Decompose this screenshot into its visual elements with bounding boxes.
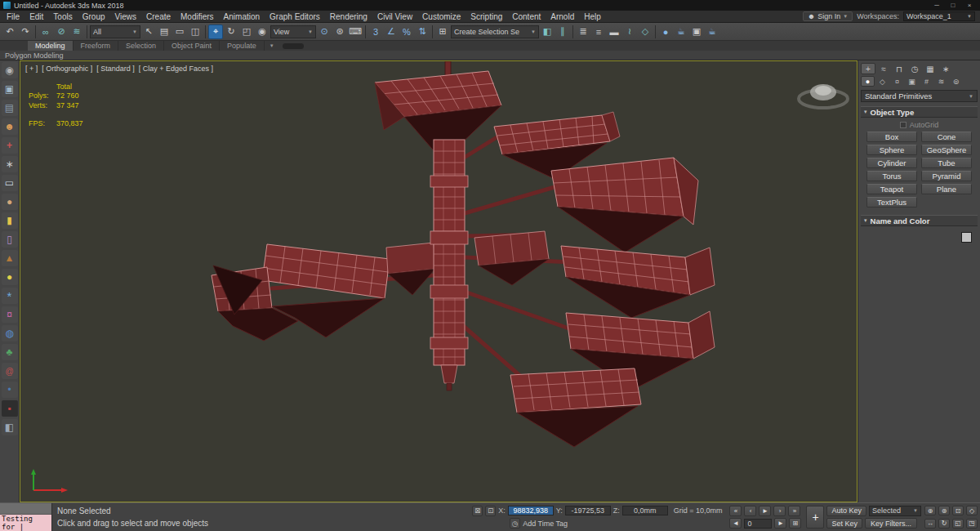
- macro-recorder-field[interactable]: [0, 503, 51, 515]
- cone-primitive-icon[interactable]: ▲: [2, 250, 18, 266]
- angle-snap-icon[interactable]: ∠: [384, 25, 399, 39]
- menu-file[interactable]: File: [2, 11, 24, 22]
- object-name-field[interactable]: [866, 232, 958, 243]
- polygon-modeling-panel[interactable]: Polygon Modeling: [5, 51, 64, 60]
- menu-create[interactable]: Create: [141, 11, 176, 22]
- zoom-icon[interactable]: ⊕: [924, 506, 936, 515]
- menu-views[interactable]: Views: [110, 11, 142, 22]
- sphere-primitive-icon[interactable]: ●: [2, 194, 18, 210]
- cylinder-button[interactable]: Cylinder: [866, 158, 917, 168]
- next-frame-button[interactable]: ›: [773, 506, 786, 516]
- box-button[interactable]: Box: [866, 132, 917, 142]
- selection-lock-icon[interactable]: ⊠: [472, 506, 483, 516]
- viewcube[interactable]: [795, 73, 852, 115]
- rendered-frame-icon[interactable]: ▣: [689, 25, 704, 39]
- select-move-icon[interactable]: ⌖: [208, 25, 223, 39]
- render-button[interactable]: ☕: [705, 25, 719, 39]
- add-time-tag[interactable]: Add Time Tag: [523, 520, 568, 528]
- panel-icon[interactable]: ▤: [2, 100, 18, 116]
- bind-spacewarp-icon[interactable]: ≋: [69, 25, 84, 39]
- tube-button[interactable]: Tube: [921, 158, 972, 168]
- absolute-mode-icon[interactable]: ⊡: [485, 506, 496, 516]
- align-icon[interactable]: ∥: [555, 25, 570, 39]
- viewport-style-label[interactable]: [ Standard ]: [96, 65, 135, 73]
- select-object-icon[interactable]: ↖: [141, 25, 156, 39]
- cylinder-primitive-icon[interactable]: ▮: [2, 212, 18, 229]
- named-selection-dropdown[interactable]: Create Selection Se ▼: [451, 25, 539, 38]
- cube-icon[interactable]: ◧: [2, 419, 18, 435]
- chip-icon[interactable]: ▪: [2, 400, 18, 417]
- viewport-menu-button[interactable]: [ + ]: [25, 65, 38, 73]
- maximize-button[interactable]: □: [946, 1, 960, 10]
- capsule-primitive-icon[interactable]: ▯: [2, 231, 18, 248]
- utilities-tab-icon[interactable]: ∗: [938, 63, 953, 74]
- zoom-all-icon[interactable]: ⊛: [938, 506, 950, 515]
- undo-button[interactable]: ↶: [2, 25, 17, 39]
- pyramid-button[interactable]: Pyramid: [921, 171, 972, 181]
- percent-snap-icon[interactable]: %: [399, 25, 414, 39]
- menu-scripting[interactable]: Scripting: [466, 11, 507, 22]
- display-tab-icon[interactable]: ▦: [923, 63, 938, 74]
- lights-category-icon[interactable]: ¤: [890, 76, 904, 87]
- select-scale-icon[interactable]: ◰: [239, 25, 254, 39]
- menu-animation[interactable]: Animation: [219, 11, 265, 22]
- sign-in-button[interactable]: ☻ Sign In ▼: [803, 11, 853, 21]
- mirror-icon[interactable]: ◧: [540, 25, 555, 39]
- viewport-shading-label[interactable]: [ Clay + Edged Faces ]: [139, 65, 213, 73]
- monitor-icon[interactable]: ▭: [2, 175, 18, 191]
- hierarchy-tab-icon[interactable]: ⊓: [892, 63, 906, 74]
- viewport-pov-label[interactable]: [ Orthographic ]: [42, 65, 92, 73]
- teapot-button[interactable]: Teapot: [866, 184, 917, 194]
- x-coordinate-field[interactable]: 98832,938: [508, 506, 554, 515]
- name-color-rollout[interactable]: ▾ Name and Color: [861, 215, 978, 226]
- z-coordinate-field[interactable]: 0,0mm: [622, 506, 668, 515]
- menu-help[interactable]: Help: [579, 11, 606, 22]
- modify-tab-icon[interactable]: ≈: [876, 63, 891, 74]
- y-coordinate-field[interactable]: -19725,53: [565, 506, 611, 515]
- selection-filter-dropdown[interactable]: All ▼: [90, 25, 140, 38]
- plane-button[interactable]: Plane: [921, 184, 972, 194]
- flower-icon[interactable]: ¤: [2, 306, 18, 323]
- pan-icon[interactable]: ↔: [924, 519, 936, 529]
- viewport[interactable]: [ + ] [ Orthographic ] [ Standard ] [ Cl…: [20, 60, 858, 502]
- dot-icon[interactable]: •: [2, 382, 18, 398]
- snowflake-icon[interactable]: *: [2, 288, 18, 304]
- ribbon-tab-freeform[interactable]: Freeform: [74, 41, 119, 51]
- window-crossing-icon[interactable]: ◫: [188, 25, 203, 39]
- listener-field[interactable]: Testing for |: [0, 515, 51, 531]
- render-setup-icon[interactable]: ☕: [674, 25, 688, 39]
- globe-icon[interactable]: ◍: [2, 325, 18, 341]
- set-key-button[interactable]: Set Key: [826, 518, 862, 529]
- object-color-swatch[interactable]: [961, 232, 972, 243]
- time-config-button[interactable]: ⊞: [789, 518, 801, 529]
- ribbon-toggle-icon[interactable]: ▬: [607, 25, 621, 39]
- menu-civil-view[interactable]: Civil View: [372, 11, 417, 22]
- keyboard-override-icon[interactable]: ⌨: [348, 25, 363, 39]
- time-tag-icon[interactable]: ◷: [510, 518, 520, 529]
- menu-customize[interactable]: Customize: [417, 11, 466, 22]
- menu-graph-editors[interactable]: Graph Editors: [265, 11, 325, 22]
- primitive-category-dropdown[interactable]: Standard Primitives ▼: [861, 90, 978, 102]
- maxscript-mini-listener[interactable]: Testing for |: [0, 503, 52, 531]
- sphere-button[interactable]: Sphere: [866, 145, 917, 155]
- menu-tools[interactable]: Tools: [48, 11, 77, 22]
- select-link-icon[interactable]: ∞: [38, 25, 53, 39]
- object-type-rollout[interactable]: ▾ Object Type: [861, 106, 978, 118]
- ribbon-tab-populate[interactable]: Populate: [220, 41, 265, 51]
- named-selections-icon[interactable]: ⊞: [435, 25, 450, 39]
- rect-region-icon[interactable]: ▭: [172, 25, 187, 39]
- unlink-icon[interactable]: ⊘: [54, 25, 69, 39]
- helpers-category-icon[interactable]: #: [920, 76, 933, 87]
- snap-toggle-icon[interactable]: 3: [368, 25, 383, 39]
- systems-category-icon[interactable]: ⊚: [949, 76, 963, 87]
- menu-rendering[interactable]: Rendering: [325, 11, 372, 22]
- ribbon-minimize-button[interactable]: [283, 43, 304, 49]
- spin-right-icon[interactable]: ►: [774, 518, 786, 529]
- scene-object-chandelier[interactable]: [20, 61, 857, 502]
- create-tab-icon[interactable]: +: [861, 63, 875, 74]
- menu-arnold[interactable]: Arnold: [546, 11, 579, 22]
- schematic-view-icon[interactable]: ◇: [638, 25, 653, 39]
- cameras-category-icon[interactable]: ▣: [905, 76, 919, 87]
- foliage-icon[interactable]: ♣: [2, 344, 18, 360]
- ref-coord-dropdown[interactable]: View ▼: [270, 25, 316, 38]
